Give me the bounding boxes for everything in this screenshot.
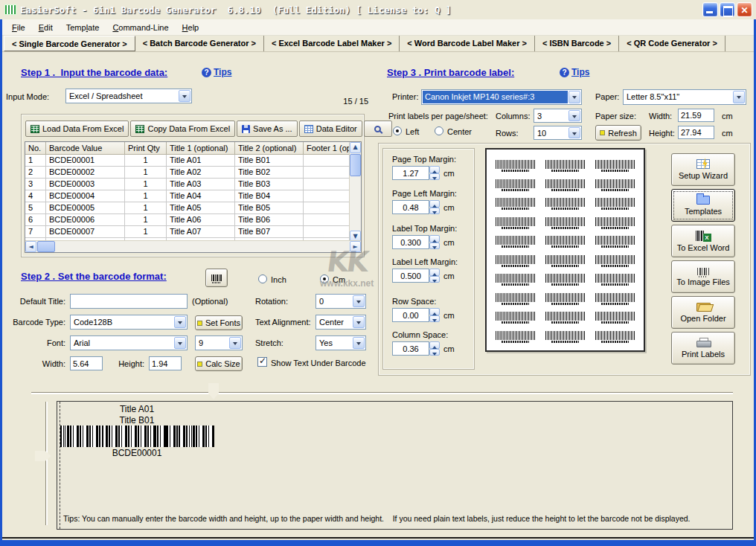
menu-template[interactable]: Template bbox=[60, 22, 106, 33]
tab-isbn-barcode[interactable]: < ISBN Barcode > bbox=[535, 36, 619, 51]
column-header-barcode-value[interactable]: Barcode Value bbox=[46, 142, 125, 155]
table-row[interactable]: 7BCDE000071Title A07Title B07 bbox=[25, 226, 349, 238]
table-row[interactable]: 3BCDE000031Title A03Title B03 bbox=[25, 179, 349, 190]
maximize-button[interactable] bbox=[720, 2, 735, 17]
tab-batch-barcode-generator[interactable]: < Batch Barcode Generator > bbox=[135, 36, 264, 51]
barcode-type-select[interactable]: Code128B bbox=[70, 315, 188, 330]
dropdown-arrow-icon[interactable] bbox=[174, 316, 186, 328]
menu-command-line[interactable]: Command-Line bbox=[106, 22, 175, 33]
barcode-height-input[interactable] bbox=[149, 356, 182, 370]
menu-help[interactable]: Help bbox=[176, 22, 206, 33]
spinner[interactable] bbox=[429, 200, 440, 214]
spin-up-icon[interactable] bbox=[429, 341, 440, 349]
vertical-slider-handle[interactable] bbox=[35, 451, 51, 461]
spin-up-icon[interactable] bbox=[429, 200, 440, 208]
to-excel-word-button[interactable]: To Excel Word bbox=[671, 225, 735, 257]
dropdown-arrow-icon[interactable] bbox=[568, 91, 580, 103]
vertical-scrollbar[interactable]: ▲ ▼ bbox=[349, 142, 361, 242]
table-row[interactable]: 5BCDE000051Title A05Title B05 bbox=[25, 202, 349, 214]
spin-down-icon[interactable] bbox=[429, 315, 440, 323]
table-row[interactable]: 2BCDE000021Title A02Title B02 bbox=[25, 167, 349, 179]
step3-tips-link[interactable]: Tips bbox=[560, 67, 589, 77]
spinner[interactable] bbox=[429, 341, 440, 356]
vertical-slider-track[interactable] bbox=[45, 402, 48, 525]
margin-input[interactable] bbox=[392, 235, 429, 249]
text-alignment-select[interactable]: Center bbox=[315, 315, 366, 330]
tab-word-barcode-label-maker[interactable]: < Word Barcode Label Maker > bbox=[400, 36, 535, 51]
default-title-input[interactable] bbox=[70, 294, 188, 309]
column-header-no[interactable]: No. bbox=[25, 142, 46, 155]
tab-excel-barcode-label-maker[interactable]: < Excel Barcode Label Maker > bbox=[264, 36, 400, 51]
dropdown-arrow-icon[interactable] bbox=[353, 316, 365, 328]
table-row[interactable]: 4BCDE000041Title A04Title B04 bbox=[25, 190, 349, 202]
horizontal-slider-handle[interactable] bbox=[208, 383, 219, 399]
templates-button[interactable]: Templates bbox=[671, 189, 735, 222]
spinner[interactable] bbox=[429, 269, 440, 283]
copy-data-from-excel-button[interactable]: Copy Data From Excel bbox=[130, 121, 235, 137]
rotation-select[interactable]: 0 bbox=[315, 294, 366, 309]
search-button[interactable] bbox=[364, 121, 392, 137]
horizontal-scroll-thumb[interactable] bbox=[37, 241, 55, 252]
show-text-checkbox[interactable] bbox=[257, 357, 267, 367]
column-header-title-2-optional[interactable]: Title 2 (optional) bbox=[235, 142, 304, 155]
barcode-width-input[interactable] bbox=[70, 356, 103, 370]
spinner[interactable] bbox=[429, 308, 440, 322]
printer-select[interactable]: Canon Inkjet MP140 series#:3 bbox=[421, 89, 582, 105]
horizontal-scrollbar[interactable]: ◄ ► bbox=[25, 240, 361, 252]
margin-input[interactable] bbox=[392, 308, 429, 322]
vertical-scroll-thumb[interactable] bbox=[350, 154, 361, 176]
spin-down-icon[interactable] bbox=[429, 276, 440, 283]
unit-inch-radio[interactable] bbox=[258, 274, 267, 283]
data-editor-button[interactable]: Data Editor bbox=[299, 121, 362, 137]
paper-height-input[interactable] bbox=[678, 126, 714, 139]
horizontal-slider-track[interactable] bbox=[31, 392, 733, 394]
spin-down-icon[interactable] bbox=[429, 173, 440, 181]
scroll-up-button[interactable]: ▲ bbox=[350, 142, 361, 153]
spin-down-icon[interactable] bbox=[429, 349, 440, 356]
spin-up-icon[interactable] bbox=[429, 166, 440, 173]
font-select[interactable]: Arial bbox=[70, 335, 188, 350]
barcode-preview-button[interactable] bbox=[205, 269, 228, 287]
table-row[interactable]: 6BCDE000061Title A06Title B06 bbox=[25, 214, 349, 226]
tab-single-barcode-generator[interactable]: < Single Barcode Generator > bbox=[4, 36, 135, 51]
spinner[interactable] bbox=[429, 235, 440, 249]
save-as-button[interactable]: Save As ... bbox=[237, 121, 298, 137]
margin-input[interactable] bbox=[392, 200, 429, 214]
close-button[interactable] bbox=[737, 2, 752, 17]
refresh-button[interactable]: Refresh bbox=[595, 125, 641, 141]
spinner[interactable] bbox=[429, 166, 440, 180]
scroll-left-button[interactable]: ◄ bbox=[25, 241, 36, 252]
spin-up-icon[interactable] bbox=[429, 308, 440, 315]
menu-edit[interactable]: Edit bbox=[32, 22, 60, 33]
margin-input[interactable] bbox=[392, 166, 429, 180]
scroll-right-button[interactable]: ► bbox=[350, 241, 361, 252]
tab-qr-code-generator[interactable]: < QR Code Generator > bbox=[619, 36, 725, 51]
paper-width-input[interactable] bbox=[678, 109, 714, 122]
margin-input[interactable] bbox=[392, 341, 429, 356]
set-fonts-button[interactable]: Set Fonts bbox=[195, 315, 243, 330]
dropdown-arrow-icon[interactable] bbox=[179, 90, 190, 102]
setup-wizard-button[interactable]: Setup Wizard bbox=[671, 153, 735, 186]
dropdown-arrow-icon[interactable] bbox=[568, 110, 580, 121]
columns-select[interactable]: 3 bbox=[534, 109, 582, 123]
dropdown-arrow-icon[interactable] bbox=[733, 91, 745, 103]
dropdown-arrow-icon[interactable] bbox=[174, 337, 186, 349]
open-folder-button[interactable]: Open Folder bbox=[671, 296, 735, 329]
spin-down-icon[interactable] bbox=[429, 208, 440, 215]
calc-size-button[interactable]: Calc Size bbox=[195, 356, 243, 371]
margin-input[interactable] bbox=[392, 269, 429, 283]
align-center-radio[interactable] bbox=[435, 126, 443, 135]
minimize-button[interactable] bbox=[702, 2, 718, 17]
table-row[interactable]: 1BCDE000011Title A01Title B01 bbox=[25, 155, 349, 167]
dropdown-arrow-icon[interactable] bbox=[568, 127, 580, 138]
rows-select[interactable]: 10 bbox=[534, 126, 582, 140]
align-left-radio[interactable] bbox=[393, 126, 402, 135]
dropdown-arrow-icon[interactable] bbox=[353, 337, 365, 349]
load-data-from-excel-button[interactable]: Load Data From Excel bbox=[25, 121, 129, 137]
stretch-select[interactable]: Yes bbox=[315, 335, 366, 350]
column-header-title-1-optional[interactable]: Title 1 (optional) bbox=[167, 142, 235, 155]
step1-tips-link[interactable]: Tips bbox=[202, 67, 231, 77]
spin-down-icon[interactable] bbox=[429, 243, 440, 250]
dropdown-arrow-icon[interactable] bbox=[353, 295, 365, 307]
spin-up-icon[interactable] bbox=[429, 269, 440, 276]
